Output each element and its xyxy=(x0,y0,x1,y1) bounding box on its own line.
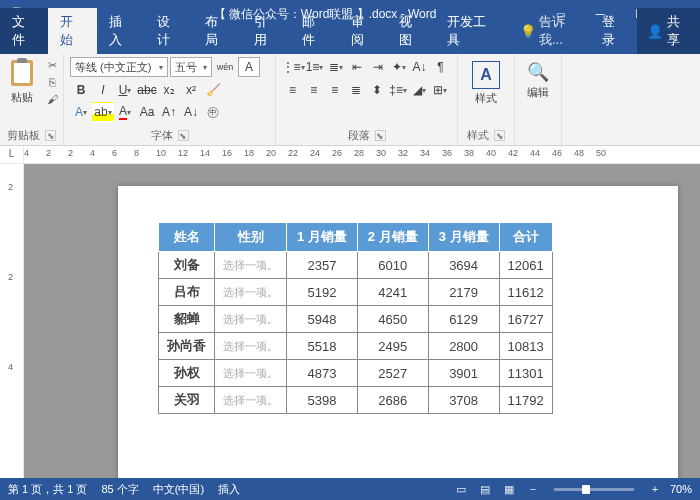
text-effects-button[interactable]: A▾ xyxy=(70,102,92,122)
name-cell[interactable]: 孙权 xyxy=(159,360,215,387)
grow-font-button[interactable]: A↑ xyxy=(158,102,180,122)
zoom-level[interactable]: 70% xyxy=(670,483,692,495)
value-cell[interactable]: 10813 xyxy=(499,333,552,360)
char-border-button[interactable]: A xyxy=(238,57,260,77)
table-header[interactable]: 2 月销量 xyxy=(357,223,428,252)
value-cell[interactable]: 11301 xyxy=(499,360,552,387)
vertical-ruler[interactable]: 224 xyxy=(0,164,24,478)
increase-indent-button[interactable]: ⇥ xyxy=(367,57,388,77)
format-painter-button[interactable]: 🖌 xyxy=(42,91,62,107)
paste-button[interactable]: 粘贴 xyxy=(6,58,38,107)
print-layout-button[interactable]: ▤ xyxy=(476,481,494,497)
asian-layout-button[interactable]: ✦▾ xyxy=(388,57,409,77)
value-cell[interactable]: 3901 xyxy=(428,360,499,387)
word-count[interactable]: 85 个字 xyxy=(101,482,138,497)
table-row[interactable]: 刘备选择一项。23576010369412061 xyxy=(159,252,553,279)
value-cell[interactable]: 3694 xyxy=(428,252,499,279)
value-cell[interactable]: 2686 xyxy=(357,387,428,414)
highlight-button[interactable]: ab▾ xyxy=(92,102,114,122)
clipboard-launcher[interactable]: ⬊ xyxy=(45,130,56,141)
login-button[interactable]: 登录 xyxy=(592,8,636,54)
name-cell[interactable]: 孙尚香 xyxy=(159,333,215,360)
enclosed-char-button[interactable]: ㊥ xyxy=(202,102,224,122)
value-cell[interactable]: 2357 xyxy=(287,252,358,279)
gender-dropdown[interactable]: 选择一项。 xyxy=(215,252,287,279)
horizontal-ruler[interactable]: L 42246810121416182022242628303234363840… xyxy=(0,146,700,164)
gender-dropdown[interactable]: 选择一项。 xyxy=(215,360,287,387)
gender-dropdown[interactable]: 选择一项。 xyxy=(215,306,287,333)
zoom-in-button[interactable]: + xyxy=(646,481,664,497)
find-button[interactable]: 🔍 编辑 xyxy=(521,57,555,104)
char-shading-button[interactable]: Aa xyxy=(136,102,158,122)
value-cell[interactable]: 2495 xyxy=(357,333,428,360)
value-cell[interactable]: 12061 xyxy=(499,252,552,279)
distribute-button[interactable]: ⬍ xyxy=(367,80,388,100)
language-indicator[interactable]: 中文(中国) xyxy=(153,482,204,497)
phonetic-guide-button[interactable]: wén xyxy=(214,57,236,77)
page-indicator[interactable]: 第 1 页，共 1 页 xyxy=(8,482,87,497)
tab-selector[interactable]: L xyxy=(0,146,24,163)
align-right-button[interactable]: ≡ xyxy=(324,80,345,100)
sort-button[interactable]: A↓ xyxy=(409,57,430,77)
paragraph-launcher[interactable]: ⬊ xyxy=(375,130,386,141)
font-launcher[interactable]: ⬊ xyxy=(178,130,189,141)
multilevel-button[interactable]: ≣▾ xyxy=(325,57,346,77)
name-cell[interactable]: 刘备 xyxy=(159,252,215,279)
value-cell[interactable]: 2527 xyxy=(357,360,428,387)
font-name-combo[interactable]: 等线 (中文正文)▾ xyxy=(70,57,168,77)
align-center-button[interactable]: ≡ xyxy=(303,80,324,100)
shrink-font-button[interactable]: A↓ xyxy=(180,102,202,122)
value-cell[interactable]: 16727 xyxy=(499,306,552,333)
strikethrough-button[interactable]: abc xyxy=(136,80,158,100)
show-marks-button[interactable]: ¶ xyxy=(430,57,451,77)
zoom-slider[interactable] xyxy=(554,488,634,491)
decrease-indent-button[interactable]: ⇤ xyxy=(346,57,367,77)
zoom-out-button[interactable]: − xyxy=(524,481,542,497)
table-header[interactable]: 姓名 xyxy=(159,223,215,252)
styles-button[interactable]: A 样式 xyxy=(464,57,508,110)
tab-home[interactable]: 开始 xyxy=(48,8,96,54)
value-cell[interactable]: 5192 xyxy=(287,279,358,306)
copy-button[interactable]: ⎘ xyxy=(42,74,62,90)
value-cell[interactable]: 5518 xyxy=(287,333,358,360)
value-cell[interactable]: 4650 xyxy=(357,306,428,333)
tell-me[interactable]: 💡告诉我... xyxy=(512,8,593,54)
font-color-button[interactable]: A▾ xyxy=(114,102,136,122)
name-cell[interactable]: 关羽 xyxy=(159,387,215,414)
table-header[interactable]: 1 月销量 xyxy=(287,223,358,252)
name-cell[interactable]: 吕布 xyxy=(159,279,215,306)
value-cell[interactable]: 2179 xyxy=(428,279,499,306)
gender-dropdown[interactable]: 选择一项。 xyxy=(215,333,287,360)
table-row[interactable]: 吕布选择一项。51924241217911612 xyxy=(159,279,553,306)
value-cell[interactable]: 5398 xyxy=(287,387,358,414)
subscript-button[interactable]: x₂ xyxy=(158,80,180,100)
numbering-button[interactable]: 1≡▾ xyxy=(304,57,325,77)
value-cell[interactable]: 11612 xyxy=(499,279,552,306)
value-cell[interactable]: 6010 xyxy=(357,252,428,279)
superscript-button[interactable]: x² xyxy=(180,80,202,100)
value-cell[interactable]: 5948 xyxy=(287,306,358,333)
share-button[interactable]: 👤共享 xyxy=(637,8,700,54)
value-cell[interactable]: 6129 xyxy=(428,306,499,333)
read-mode-button[interactable]: ▭ xyxy=(452,481,470,497)
table-row[interactable]: 貂蝉选择一项。59484650612916727 xyxy=(159,306,553,333)
bullets-button[interactable]: ⋮≡▾ xyxy=(282,57,304,77)
font-size-combo[interactable]: 五号▾ xyxy=(170,57,212,77)
table-header[interactable]: 性别 xyxy=(215,223,287,252)
page-scroll[interactable]: Word联盟 www.wordlm.com 国内专业办公 软件教学平台 姓名性别… xyxy=(24,164,700,478)
table-header[interactable]: 合计 xyxy=(499,223,552,252)
value-cell[interactable]: 11792 xyxy=(499,387,552,414)
styles-launcher[interactable]: ⬊ xyxy=(494,130,505,141)
clear-format-button[interactable]: 🧹 xyxy=(202,80,224,100)
bold-button[interactable]: B xyxy=(70,80,92,100)
table-row[interactable]: 关羽选择一项。53982686370811792 xyxy=(159,387,553,414)
shading-button[interactable]: ◢▾ xyxy=(409,80,430,100)
page[interactable]: 姓名性别1 月销量2 月销量3 月销量合计刘备选择一项。235760103694… xyxy=(118,186,678,478)
table-header[interactable]: 3 月销量 xyxy=(428,223,499,252)
table-row[interactable]: 孙尚香选择一项。55182495280010813 xyxy=(159,333,553,360)
web-layout-button[interactable]: ▦ xyxy=(500,481,518,497)
value-cell[interactable]: 4873 xyxy=(287,360,358,387)
underline-button[interactable]: U▾ xyxy=(114,80,136,100)
gender-dropdown[interactable]: 选择一项。 xyxy=(215,387,287,414)
align-left-button[interactable]: ≡ xyxy=(282,80,303,100)
